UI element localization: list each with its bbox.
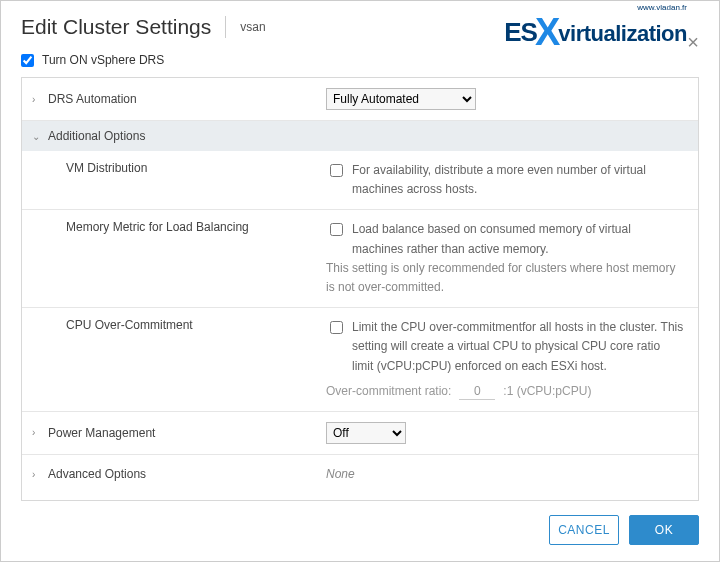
logo-subtext: www.vladan.fr — [637, 3, 687, 12]
advanced-options-header[interactable]: › Advanced Options — [22, 455, 322, 494]
ratio-suffix: :1 (vCPU:pCPU) — [503, 382, 591, 401]
memory-metric-label: Memory Metric for Load Balancing — [22, 210, 322, 307]
dialog-footer: CANCEL OK — [3, 501, 717, 559]
drs-automation-header[interactable]: › DRS Automation — [22, 78, 322, 120]
additional-options-header[interactable]: ⌄ Additional Options — [22, 121, 698, 151]
vm-distribution-desc: For availability, distribute a more even… — [352, 161, 684, 199]
close-icon[interactable]: × — [687, 31, 699, 54]
turn-on-drs-row: Turn ON vSphere DRS — [3, 49, 717, 77]
logo-virt: virtualization — [558, 21, 687, 47]
cpu-overcommit-label: CPU Over-Commitment — [22, 308, 322, 411]
additional-options-label: Additional Options — [48, 129, 145, 143]
power-management-label: Power Management — [48, 426, 155, 440]
settings-panel: › DRS Automation Fully Automated ⌄ Addit… — [21, 77, 699, 501]
cpu-overcommit-desc: Limit the CPU over-commitmentfor all hos… — [352, 318, 684, 376]
turn-on-drs-label: Turn ON vSphere DRS — [42, 53, 164, 67]
edit-cluster-dialog: Edit Cluster Settings vsan www.vladan.fr… — [0, 0, 720, 562]
advanced-options-value: None — [322, 455, 698, 494]
esx-virtualization-logo: www.vladan.fr ES X virtualization — [504, 7, 687, 50]
vm-distribution-label: VM Distribution — [22, 151, 322, 209]
cpu-overcommit-row: CPU Over-Commitment Limit the CPU over-c… — [22, 308, 698, 412]
chevron-down-icon: ⌄ — [32, 131, 42, 142]
advanced-options-row: › Advanced Options None — [22, 455, 698, 494]
ratio-label: Over-commitment ratio: — [326, 382, 451, 401]
logo-x: X — [535, 11, 560, 54]
power-management-value: Off — [322, 412, 698, 454]
ratio-input[interactable] — [459, 383, 495, 400]
cpu-overcommit-value: Limit the CPU over-commitmentfor all hos… — [322, 308, 698, 411]
dialog-header: Edit Cluster Settings vsan www.vladan.fr… — [3, 3, 717, 49]
drs-automation-value: Fully Automated — [322, 78, 698, 120]
power-management-header[interactable]: › Power Management — [22, 412, 322, 454]
memory-metric-row: Memory Metric for Load Balancing Load ba… — [22, 210, 698, 308]
logo-es: ES — [504, 17, 537, 48]
dialog-title: Edit Cluster Settings — [21, 15, 211, 39]
ok-button[interactable]: OK — [629, 515, 699, 545]
chevron-right-icon: › — [32, 94, 42, 105]
drs-automation-row: › DRS Automation Fully Automated — [22, 78, 698, 121]
memory-metric-desc: Load balance based on consumed memory of… — [352, 220, 684, 258]
vm-distribution-checkbox[interactable] — [330, 164, 343, 177]
power-management-select[interactable]: Off — [326, 422, 406, 444]
overcommit-ratio-line: Over-commitment ratio: :1 (vCPU:pCPU) — [326, 382, 684, 401]
cluster-name: vsan — [240, 20, 265, 34]
cancel-button[interactable]: CANCEL — [549, 515, 619, 545]
drs-automation-select[interactable]: Fully Automated — [326, 88, 476, 110]
drs-automation-label: DRS Automation — [48, 92, 137, 106]
memory-metric-checkbox[interactable] — [330, 223, 343, 236]
memory-metric-value: Load balance based on consumed memory of… — [322, 210, 698, 307]
vm-distribution-value: For availability, distribute a more even… — [322, 151, 698, 209]
power-management-row: › Power Management Off — [22, 412, 698, 455]
advanced-options-label: Advanced Options — [48, 467, 146, 481]
header-separator — [225, 16, 226, 38]
memory-metric-hint: This setting is only recommended for clu… — [326, 259, 684, 297]
chevron-right-icon: › — [32, 469, 42, 480]
chevron-right-icon: › — [32, 427, 42, 438]
turn-on-drs-checkbox[interactable] — [21, 54, 34, 67]
cpu-overcommit-checkbox[interactable] — [330, 321, 343, 334]
vm-distribution-row: VM Distribution For availability, distri… — [22, 151, 698, 210]
